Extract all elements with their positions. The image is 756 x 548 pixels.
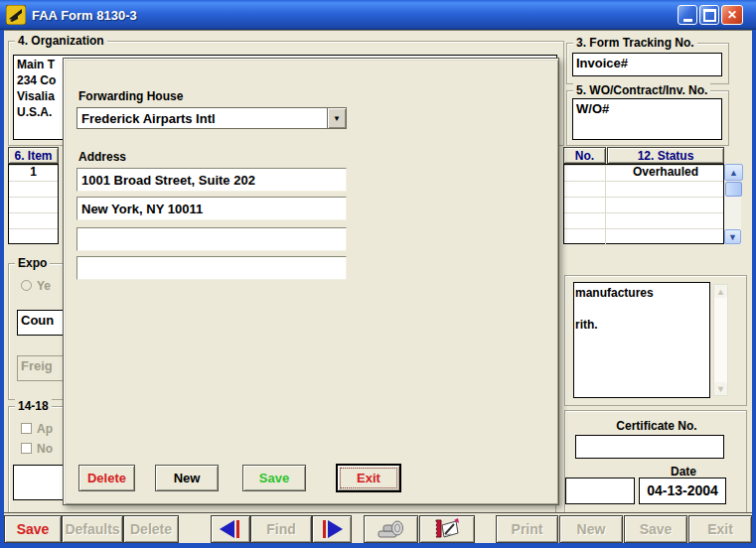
bottom-toolbar: Save Defaults Delete Find Print New xyxy=(4,512,752,543)
chevron-down-icon[interactable]: ▼ xyxy=(327,108,346,128)
toolbar-exit-button: Exit xyxy=(688,515,752,543)
close-icon: ✕ xyxy=(727,8,737,22)
next-arrow-icon xyxy=(328,520,343,538)
remarks-line: manufactures xyxy=(575,285,708,301)
no-column-header[interactable]: No. xyxy=(563,147,606,164)
close-button[interactable]: ✕ xyxy=(721,5,743,25)
app-window: FAA Form 8130-3 ✕ 4. Organization Main T… xyxy=(0,0,756,548)
toolbar-save2-button: Save xyxy=(624,515,687,543)
form-tracking-label: 3. Form Tracking No. xyxy=(573,36,697,50)
toolbar-find-button: Find xyxy=(250,515,312,543)
form-tracking-input[interactable]: Invoice# xyxy=(572,53,722,76)
wo-contract-group: 5. WO/Contract/Inv. No. W/O# xyxy=(566,90,729,146)
faa-logo-icon xyxy=(6,5,26,25)
toolbar-defaults-button: Defaults xyxy=(62,515,123,543)
item-row[interactable]: 1 xyxy=(9,165,58,181)
previous-arrow-icon xyxy=(220,520,234,538)
toolbar-delete-button: Delete xyxy=(123,515,179,543)
certificate-input[interactable] xyxy=(575,435,724,459)
address-line-1-wrap xyxy=(76,168,347,192)
approved-checkbox[interactable] xyxy=(21,423,32,434)
minimize-button[interactable] xyxy=(678,5,697,25)
toolbar-save-button[interactable]: Save xyxy=(4,515,62,543)
forwarding-house-label: Forwarding House xyxy=(78,89,183,103)
find-previous-button[interactable] xyxy=(211,515,250,543)
date-input[interactable]: 04-13-2004 xyxy=(639,478,726,504)
previous-bar-icon xyxy=(236,520,239,538)
address-line-4-input[interactable] xyxy=(76,256,347,280)
toolbar-new-button: New xyxy=(559,515,623,543)
item-column-header[interactable]: 6. Item xyxy=(8,147,59,164)
remarks-line: rith. xyxy=(575,317,708,333)
bottom-mid-field[interactable] xyxy=(565,478,635,504)
block-14-18-label: 14-18 xyxy=(15,399,52,413)
stamp-button[interactable] xyxy=(364,515,418,543)
certificate-label: Certificate No. xyxy=(565,419,748,433)
toolbar-print-button: Print xyxy=(496,515,558,543)
status-table-scrollbar[interactable]: ▲ ▼ xyxy=(724,164,741,244)
sign-button[interactable] xyxy=(419,515,475,543)
find-next-button[interactable] xyxy=(312,515,352,543)
scroll-up-icon[interactable]: ▲ xyxy=(724,164,743,181)
wo-contract-label: 5. WO/Contract/Inv. No. xyxy=(573,83,710,97)
form-tracking-group: 3. Form Tracking No. Invoice# xyxy=(566,43,729,84)
non-approved-checkbox[interactable] xyxy=(21,443,32,454)
maximize-button[interactable] xyxy=(699,5,719,25)
dialog-new-button[interactable]: New xyxy=(155,465,219,491)
address-line-2-input[interactable] xyxy=(76,197,347,220)
next-bar-icon xyxy=(323,520,326,538)
scroll-down-icon: ▼ xyxy=(714,382,727,395)
dialog-exit-button[interactable]: Exit xyxy=(336,464,401,492)
dialog-delete-button[interactable]: Delete xyxy=(78,465,135,491)
title-bar[interactable]: FAA Form 8130-3 ✕ xyxy=(0,0,756,30)
address-line-1-input[interactable] xyxy=(76,168,347,192)
status-column-header[interactable]: 12. Status xyxy=(607,147,724,164)
minimize-icon xyxy=(683,19,692,22)
window-title: FAA Form 8130-3 xyxy=(32,8,137,23)
remarks-scrollbar: ▲ ▼ xyxy=(713,284,728,396)
export-yes-radio[interactable] xyxy=(21,280,32,291)
address-line-3-wrap xyxy=(76,227,347,251)
approved-checkbox-label: Ap xyxy=(37,422,53,436)
scroll-up-icon: ▲ xyxy=(714,285,727,298)
certificate-group: Certificate No. Date 04-13-2004 xyxy=(564,410,747,521)
forwarding-house-combobox[interactable]: Frederick Airparts Intl ▼ xyxy=(76,107,347,129)
export-group-label: Expo xyxy=(15,256,50,270)
status-row[interactable]: Overhauled xyxy=(606,165,725,181)
address-line-4-wrap xyxy=(76,256,347,280)
status-table: Overhauled xyxy=(563,164,724,244)
address-line-2-wrap xyxy=(76,197,347,220)
organization-label: 4. Organization xyxy=(15,34,107,48)
remarks-group: manufactures rith. ▲ ▼ xyxy=(564,275,747,406)
address-line-3-input[interactable] xyxy=(76,227,347,251)
forwarding-house-dialog: Forwarding House Frederick Airparts Intl… xyxy=(63,58,559,505)
forwarding-house-value: Frederick Airparts Intl xyxy=(77,110,327,127)
date-label: Date xyxy=(641,465,726,479)
export-yes-label: Ye xyxy=(37,279,51,293)
item-table: 1 xyxy=(8,164,59,244)
stamp-icon xyxy=(377,517,406,542)
scroll-down-icon[interactable]: ▼ xyxy=(724,229,741,244)
non-approved-checkbox-label: No xyxy=(37,442,53,456)
address-label: Address xyxy=(78,150,126,164)
scrollbar-thumb[interactable] xyxy=(725,182,742,197)
maximize-icon xyxy=(703,9,716,22)
dialog-save-button[interactable]: Save xyxy=(242,465,306,491)
wo-contract-input[interactable]: W/O# xyxy=(572,98,722,140)
remarks-line xyxy=(575,301,708,317)
sign-icon xyxy=(432,517,462,542)
remarks-textbox[interactable]: manufactures rith. xyxy=(573,282,710,398)
